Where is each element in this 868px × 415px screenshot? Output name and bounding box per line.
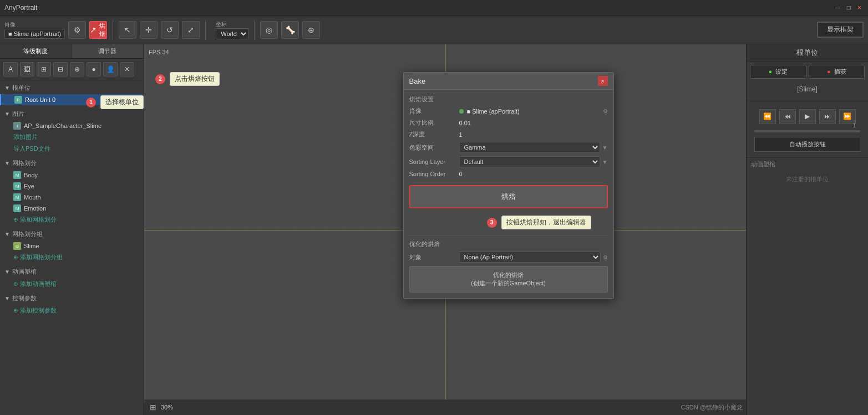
mesh-group-slime[interactable]: G Slime [0, 240, 144, 252]
coord-select[interactable]: World [216, 28, 248, 39]
dialog-close-btn[interactable]: × [598, 76, 608, 86]
capture-label: 摘获 [834, 68, 846, 75]
right-name: [Slime] [750, 81, 865, 98]
camera-icon-btn[interactable]: ◎ [260, 21, 278, 39]
set-btn[interactable]: ● 设定 [750, 65, 806, 79]
images-arrow-icon: ▼ [4, 111, 10, 117]
target-settings-icon[interactable]: ⚙ [603, 254, 608, 260]
capture-btn[interactable]: ● 摘获 [809, 65, 865, 79]
fast-prev-btn[interactable]: ⏪ [759, 109, 776, 124]
sorting-layer-icon: ▼ [602, 159, 608, 165]
dialog-sorting-layer-row: Sorting Layer Default ▼ [409, 156, 608, 167]
dialog-portrait-label: 肖像 [409, 107, 459, 115]
dialog-optimize-btn[interactable]: 优化的烘焙 (创建一个新的GameObject) [409, 266, 608, 293]
anim-header[interactable]: ▼ 动画塑棺 [0, 265, 144, 278]
image-icon: I [13, 122, 21, 130]
badge-1: 1 [86, 98, 96, 107]
mesh-item-mouth[interactable]: M Mouth [0, 192, 144, 203]
right-action-section: ● 设定 ● 摘获 [Slime] [747, 62, 868, 101]
arrow-tool-btn[interactable]: ↖ [119, 21, 136, 39]
mesh-arrow-icon: ▼ [4, 160, 10, 166]
dialog-portrait-value: ■ Slime (apPortrait) [467, 108, 601, 115]
mesh-item-eye[interactable]: M Eye [0, 181, 144, 192]
settings-icon-btn[interactable]: ⚙ [68, 21, 86, 39]
badge-2: 2 [155, 74, 165, 84]
root-header[interactable]: ▼ 根单位 [0, 81, 144, 94]
mesh-group-header[interactable]: ▼ 网格划分组 [0, 228, 144, 240]
mesh-group-label: 网格划分组 [12, 230, 43, 238]
image-tool-icon[interactable]: 🖼 [20, 62, 34, 76]
text-tool-icon[interactable]: A [3, 62, 18, 76]
mesh-item-body[interactable]: M Body [0, 170, 144, 181]
mesh-mouth-label: Mouth [24, 194, 41, 201]
add-control-btn[interactable]: ⊕ 添加控制参数 [0, 305, 144, 316]
add-image-btn[interactable]: 添加图片 [0, 131, 144, 143]
image-item-slime[interactable]: I AP_SampleCharacter_Slime [0, 120, 144, 131]
dialog-bake-btn[interactable]: 烘焙 [409, 185, 608, 208]
dialog-colorspace-select[interactable]: Gamma [459, 142, 600, 153]
tab-adjuster[interactable]: 调节器 [72, 44, 144, 58]
tool-icons-row: A 🖼 ⊞ ⊟ ⊕ ● 👤 ✕ [0, 59, 144, 80]
rotate-tool-btn[interactable]: ↺ [161, 21, 179, 39]
root-section: ▼ 根单位 R Root Unit 0 1 选择根单位 [0, 80, 144, 106]
add-mesh-group-btn[interactable]: ⊕ 添加网格划分组 [0, 252, 144, 263]
dialog-divider [409, 235, 608, 235]
bone-icon-btn[interactable]: 🦴 [281, 21, 299, 39]
plus-tool-icon[interactable]: ⊕ [70, 62, 84, 76]
playback-section: ⏪ ⏮ ▶ ⏭ ⏩ 1 自动播放按钮 [747, 101, 868, 158]
progress-bar[interactable]: 1 [754, 130, 860, 132]
auto-play-btn[interactable]: 自动播放按钮 [754, 137, 860, 152]
dialog-sorting-layer-select[interactable]: Default [459, 156, 600, 167]
x-tool-icon[interactable]: ✕ [120, 62, 134, 76]
left-panel: 等级制度 调节器 A 🖼 ⊞ ⊟ ⊕ ● 👤 ✕ ▼ 根单位 R Root Un… [0, 44, 144, 415]
right-panel-header: 根单位 [747, 44, 868, 62]
optimize-line2: (创建一个新的GameObject) [471, 280, 546, 286]
mesh-section: ▼ 网格划分 M Body M Eye M Mouth M Emotion ⊕ … [0, 156, 144, 227]
dialog-zdepth-value: 1 [459, 131, 608, 138]
portrait-settings-icon[interactable]: ⚙ [603, 108, 608, 114]
coord-label: 坐标 [216, 21, 248, 28]
toolbar: 肖像 ■ Slime (apPortrait) ⚙ ↗ 烘焙 ↖ ✛ ↺ ⤢ 坐… [0, 16, 868, 44]
next-btn[interactable]: ⏭ [819, 109, 836, 124]
move-tool-btn[interactable]: ✛ [140, 21, 158, 39]
dialog-colorspace-label: 色彩空间 [409, 144, 459, 152]
mesh-eye-label: Eye [24, 183, 34, 189]
close-btn[interactable]: × [855, 4, 864, 12]
mesh-item-emotion[interactable]: M Emotion [0, 203, 144, 214]
person-tool-icon[interactable]: 👤 [103, 62, 118, 76]
root-label: 根单位 [12, 84, 31, 92]
minimize-btn[interactable]: ─ [833, 4, 842, 12]
portrait-status-dot [459, 109, 464, 114]
scale-tool-btn[interactable]: ⤢ [182, 21, 200, 39]
dialog-target-label: 对象 [409, 253, 459, 262]
mesh-header[interactable]: ▼ 网格划分 [0, 157, 144, 170]
red-dot-icon: ● [827, 68, 831, 75]
dialog-title-bar: Bake × [404, 73, 613, 90]
portrait-value[interactable]: ■ Slime (apPortrait) [4, 29, 65, 39]
display-frame-btn[interactable]: 显示框架 [817, 22, 864, 38]
import-psd-btn[interactable]: 导入PSD文件 [0, 143, 144, 155]
mesh-group-arrow-icon: ▼ [4, 231, 10, 237]
images-header[interactable]: ▼ 图片 [0, 107, 144, 120]
mesh-mouth-icon: M [13, 193, 21, 201]
target-icon-btn[interactable]: ⊕ [302, 21, 320, 39]
minus-tool-icon[interactable]: ⊟ [53, 62, 68, 76]
fast-next-btn[interactable]: ⏩ [839, 109, 856, 124]
play-btn[interactable]: ▶ [799, 109, 816, 124]
fit-screen-btn[interactable]: ⊞ [150, 403, 156, 412]
bake-toolbar-btn[interactable]: ↗ 烘焙 [89, 21, 107, 39]
dialog-target-select[interactable]: None (Ap Portrait) [459, 252, 601, 263]
add-anim-btn[interactable]: ⊕ 添加动画塑棺 [0, 278, 144, 290]
grid-tool-icon[interactable]: ⊞ [37, 62, 51, 76]
add-mesh-btn[interactable]: ⊕ 添加网格划分 [0, 214, 144, 226]
tab-hierarchy[interactable]: 等级制度 [0, 44, 72, 58]
portrait-selector: 肖像 ■ Slime (apPortrait) [4, 21, 65, 39]
root-unit-icon: R [14, 96, 22, 104]
prev-btn[interactable]: ⏮ [779, 109, 796, 124]
annotation-3: 3 按钮烘焙那知，退出编辑器 [487, 216, 591, 229]
optimize-line1: 优化的烘焙 [493, 271, 524, 278]
maximize-btn[interactable]: □ [845, 4, 853, 12]
circle-tool-icon[interactable]: ● [87, 62, 101, 76]
bake-settings-label: 烘焙设置 [409, 95, 608, 104]
control-header[interactable]: ▼ 控制参数 [0, 292, 144, 305]
